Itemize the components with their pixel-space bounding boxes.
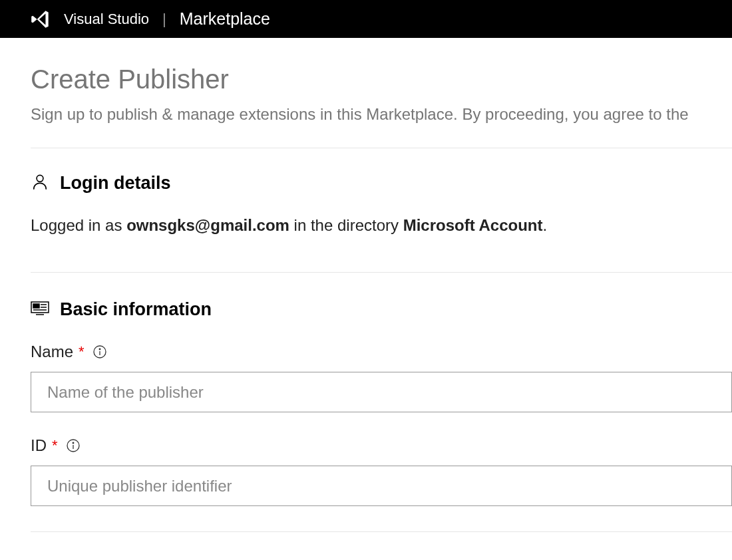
info-icon[interactable] xyxy=(92,345,107,359)
form-icon xyxy=(31,301,49,319)
login-status-text: Logged in as ownsgks@gmail.com in the di… xyxy=(31,216,732,235)
svg-point-11 xyxy=(73,442,74,444)
main-content: Create Publisher Sign up to publish & ma… xyxy=(0,38,732,532)
required-indicator: * xyxy=(52,437,58,454)
product-label[interactable]: Marketplace xyxy=(180,9,270,29)
login-section-title: Login details xyxy=(60,173,171,194)
header-divider: | xyxy=(162,11,166,28)
svg-point-8 xyxy=(99,349,100,350)
name-label: Name xyxy=(31,343,73,361)
page-subtitle: Sign up to publish & manage extensions i… xyxy=(31,105,732,124)
login-suffix: . xyxy=(542,216,547,234)
name-field: Name * xyxy=(31,343,732,412)
svg-point-0 xyxy=(37,175,43,182)
login-directory: Microsoft Account xyxy=(403,216,543,234)
svg-rect-2 xyxy=(33,304,39,308)
divider-line xyxy=(31,148,732,148)
divider-line xyxy=(31,272,732,273)
name-input[interactable] xyxy=(31,372,732,412)
login-middle: in the directory xyxy=(289,216,403,234)
login-section-header: Login details xyxy=(31,172,732,194)
divider-line xyxy=(31,531,732,532)
login-email: ownsgks@gmail.com xyxy=(126,216,289,234)
header-bar: Visual Studio | Marketplace xyxy=(0,0,732,38)
id-label: ID xyxy=(31,436,47,455)
id-input[interactable] xyxy=(31,466,732,506)
basic-info-section-header: Basic information xyxy=(31,299,732,320)
visual-studio-logo-icon xyxy=(29,8,52,31)
required-indicator: * xyxy=(79,343,85,360)
brand-label[interactable]: Visual Studio xyxy=(64,11,149,28)
login-prefix: Logged in as xyxy=(31,216,126,234)
info-icon[interactable] xyxy=(66,438,81,453)
basic-info-section-title: Basic information xyxy=(60,299,212,320)
id-field: ID * xyxy=(31,436,732,506)
page-title: Create Publisher xyxy=(31,65,732,94)
person-icon xyxy=(31,172,49,194)
